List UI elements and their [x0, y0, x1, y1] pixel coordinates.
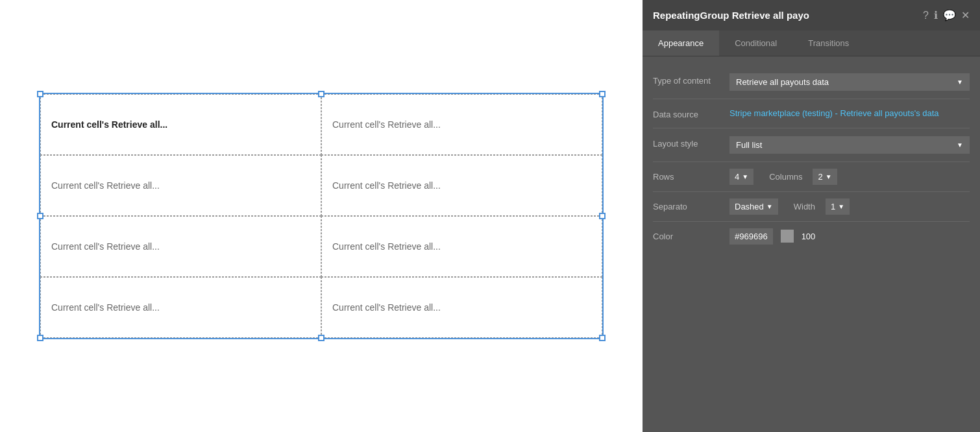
handle-bottom-left[interactable]: [37, 335, 43, 341]
close-icon[interactable]: ✕: [961, 9, 970, 21]
grid-cell-4-1: Current cell's Retrieve all...: [40, 277, 321, 338]
handle-bottom-right[interactable]: [599, 335, 606, 341]
handle-top-right[interactable]: [599, 91, 606, 97]
handle-mid-left[interactable]: [37, 213, 43, 219]
dropdown-arrow-icon: ▼: [957, 78, 963, 86]
panel-title: RepeatingGroup Retrieve all payo: [653, 10, 918, 21]
width-dropdown[interactable]: 1 ▼: [826, 198, 850, 215]
panel-content: Type of content Retrieve all payouts dat…: [643, 56, 980, 432]
grid-cell-3-2: Current cell's Retrieve all...: [321, 216, 602, 277]
handle-top-mid[interactable]: [318, 91, 325, 97]
grid-cell-1-2: Current cell's Retrieve all...: [321, 94, 602, 155]
divider-4: [653, 191, 970, 192]
layout-style-label: Layout style: [653, 136, 724, 149]
color-label: Color: [653, 232, 724, 241]
question-icon[interactable]: ?: [923, 10, 929, 21]
tabs-bar: Appearance Conditional Transitions: [643, 30, 980, 56]
separator-label: Separato: [653, 202, 724, 211]
handle-top-left[interactable]: [37, 91, 43, 97]
type-of-content-row: Type of content Retrieve all payouts dat…: [653, 67, 970, 97]
rows-arrow-icon: ▼: [742, 173, 748, 180]
data-source-row: Data source Stripe marketplace (testing)…: [653, 101, 970, 126]
grid-cell-4-2: Current cell's Retrieve all...: [321, 277, 602, 338]
type-of-content-label: Type of content: [653, 73, 724, 86]
data-source-label: Data source: [653, 107, 724, 119]
layout-dropdown-arrow-icon: ▼: [957, 141, 963, 149]
layout-style-value: Full list ▼: [729, 136, 970, 154]
columns-label: Columns: [769, 172, 802, 182]
separator-dropdown[interactable]: Dashed ▼: [729, 198, 778, 215]
tab-transitions[interactable]: Transitions: [792, 30, 864, 56]
info-icon[interactable]: ℹ: [934, 9, 938, 21]
columns-dropdown[interactable]: 2 ▼: [813, 169, 837, 185]
data-source-link[interactable]: Stripe marketplace (testing) - Retrieve …: [729, 108, 939, 118]
separator-arrow-icon: ▼: [766, 203, 773, 210]
layout-style-dropdown[interactable]: Full list ▼: [729, 136, 970, 154]
layout-style-row: Layout style Full list ▼: [653, 130, 970, 160]
tab-appearance[interactable]: Appearance: [643, 30, 719, 56]
data-source-value: Stripe marketplace (testing) - Retrieve …: [729, 107, 970, 120]
grid-cell-1-1: Current cell's Retrieve all...: [40, 94, 321, 155]
panel-header: RepeatingGroup Retrieve all payo ? ℹ 💬 ✕: [643, 0, 980, 30]
divider-3: [653, 162, 970, 162]
color-swatch[interactable]: [781, 230, 794, 243]
divider-1: [653, 99, 970, 99]
grid: Current cell's Retrieve all... Current c…: [40, 94, 602, 338]
width-label: Width: [794, 202, 815, 211]
rows-dropdown[interactable]: 4 ▼: [729, 169, 753, 185]
grid-cell-2-2: Current cell's Retrieve all...: [321, 155, 602, 216]
width-arrow-icon: ▼: [838, 203, 844, 210]
right-panel: RepeatingGroup Retrieve all payo ? ℹ 💬 ✕…: [643, 0, 980, 432]
separator-row: Separato Dashed ▼ Width 1 ▼: [653, 193, 970, 220]
comment-icon[interactable]: 💬: [943, 9, 956, 21]
columns-arrow-icon: ▼: [826, 173, 832, 180]
color-row: Color #969696 100: [653, 223, 970, 250]
divider-2: [653, 128, 970, 128]
grid-cell-3-1: Current cell's Retrieve all...: [40, 216, 321, 277]
rows-columns-row: Rows 4 ▼ Columns 2 ▼: [653, 163, 970, 190]
color-hex-value[interactable]: #969696: [729, 228, 773, 245]
tab-conditional[interactable]: Conditional: [719, 30, 792, 56]
repeating-group[interactable]: Current cell's Retrieve all... Current c…: [39, 93, 604, 339]
type-of-content-dropdown[interactable]: Retrieve all payouts data ▼: [729, 73, 970, 91]
type-of-content-value: Retrieve all payouts data ▼: [729, 73, 970, 91]
rows-label: Rows: [653, 172, 724, 182]
canvas-area: Current cell's Retrieve all... Current c…: [0, 0, 643, 432]
color-opacity-value[interactable]: 100: [802, 232, 816, 241]
handle-mid-right[interactable]: [599, 213, 606, 219]
grid-cell-2-1: Current cell's Retrieve all...: [40, 155, 321, 216]
divider-5: [653, 221, 970, 222]
handle-bottom-mid[interactable]: [318, 335, 325, 341]
